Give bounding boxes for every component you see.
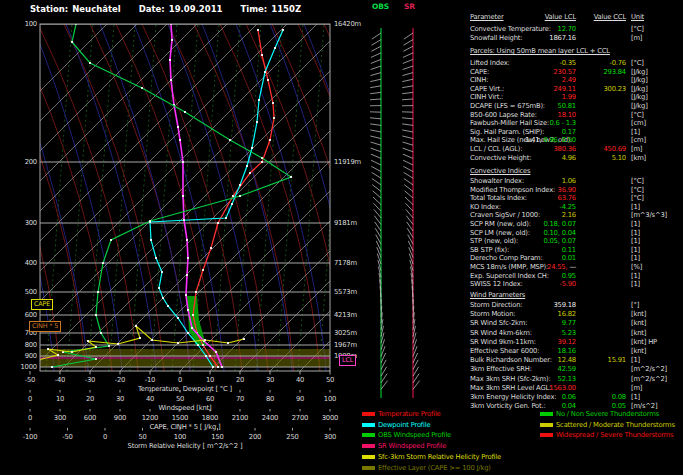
windspeed-tick-label: 30 [105,396,135,403]
isotherm-line [0,24,197,371]
wind-barb [404,185,413,192]
profile-legend-label: OBS Windspeed Profile [378,432,451,439]
table-row-unit: [°C] [631,195,644,202]
profile-legend-swatch [362,455,375,459]
table-header-unit: Unit [631,14,644,21]
wind-barb [372,40,381,46]
wind-barb [371,53,381,58]
cape-tick-label: 600 [75,415,105,422]
obs_windspeed_profile-marker [100,332,102,334]
severity-legend-label: Widespread / Severe Thunderstorms [556,432,673,439]
temperature_profile-marker [232,195,234,197]
altitude-label: 4213m [334,312,357,319]
temperature_profile-marker [202,269,204,271]
temperature-tick-label: -40 [45,377,75,384]
dewpoint_profile-marker [162,297,164,299]
temperature_profile-marker [273,117,275,119]
wind-barb [404,179,413,185]
profile-legend-label: SR Windspeed Profile [378,443,446,450]
sr_windspeed_profile-marker [171,39,173,41]
temperature_profile-marker [272,102,274,104]
wind-barb [404,40,413,46]
wind-barb [402,73,413,76]
temperature_profile-marker [202,344,204,346]
wind-column-header-sr: SR [404,3,415,10]
table-value-lcl: 249.11 [486,86,576,93]
wind-barb [370,130,381,132]
profile-legend-swatch [362,466,375,470]
temperature-tick-label: 50 [315,377,345,384]
dry-adiabat [376,24,476,371]
effective-layer-band [40,359,330,367]
profile-legend-label: Sfc-3km Storm Relative Helicity Profile [378,454,501,461]
table-row-unit: [1] [631,221,640,228]
wind-barb [402,118,413,119]
obs_windspeed_profile-marker [51,366,53,368]
table-row-unit: [°C] [631,60,644,67]
temperature_profile-marker [261,161,263,163]
dewpoint_profile-marker [256,121,258,123]
wind-barb [403,148,413,152]
mixing-ratio-line [235,24,261,371]
table-value-ccl: -0.76 [576,60,626,67]
pressure-label: 400 [7,260,37,267]
table-section-header: Wind Parameters [470,292,525,299]
srh_profile-marker [87,340,89,342]
srh_profile-marker [204,339,206,341]
wind-barb [370,92,381,93]
wind-barb [402,92,413,93]
table-header-parameter: Parameter [470,14,504,21]
temperature-tick-label: -50 [15,377,45,384]
mixing-ratio-line [319,24,345,371]
pressure-label: 100 [7,21,37,28]
wind-barb [370,86,381,88]
table-value-lcl: 359.18 [486,302,576,309]
pressure-label: 200 [7,159,37,166]
table-row-unit: [°C] [631,178,644,185]
pressure-label: 300 [7,220,37,227]
wind-barb [402,99,413,100]
wind-barb [371,154,381,158]
cape-tick-label: 2700 [285,415,315,422]
table-value-lcl: 0.18, 0.07 [486,221,576,228]
table-row-unit: [°C] [631,112,644,119]
table-row-unit: [cm] [631,137,646,144]
table-value-lcl: 0.10, 0.04 [486,230,576,237]
table-value-ccl: 450.69 [576,146,626,153]
dewpoint_profile-marker [161,271,163,273]
windspeed-tick-label: 90 [285,396,315,403]
wind-barb [371,66,381,70]
wind-barb [372,185,381,192]
srh_profile-marker [135,325,137,327]
table-value-part: 0.18, [543,220,559,228]
srh_profile-marker [243,338,245,340]
table-value-lcl: 18.16 [486,348,576,355]
table-row-unit: [cm] [631,120,646,127]
srh_profile-marker [95,346,97,348]
table-row-unit: [km] [631,155,646,162]
obs_windspeed_profile-marker [184,111,186,113]
wind-barb [402,136,413,139]
srh_profile-marker [71,351,73,353]
wind-barb [371,46,381,51]
table-value-lcl: 0.11 [486,247,576,254]
wind-barb [370,142,381,145]
profile-legend-label: Effective Layer (CAPE >= 100 J/kg) [378,465,491,472]
moist-adiabat [236,24,326,371]
sr_windspeed_profile-marker [185,294,187,296]
dewpoint_profile-marker [167,305,169,307]
table-value-ccl: 300.23 [576,86,626,93]
dry-adiabat [0,24,60,371]
obs_windspeed_profile-marker [149,220,151,222]
windspeed-tick-label: 70 [225,396,255,403]
obs_windspeed_profile-marker [141,87,143,89]
table-value-lcl: 36.90 [486,187,576,194]
table-value-part: — [567,263,576,271]
srh-tick-label: -50 [53,434,83,441]
dewpoint_profile-marker [282,29,284,31]
windspeed-tick-label: 50 [165,396,195,403]
moist-adiabat [168,24,258,371]
wind-barb [371,59,381,63]
profile-legend-label: Temperature Profile [378,411,441,418]
temperature-tick-label: 30 [255,377,285,384]
